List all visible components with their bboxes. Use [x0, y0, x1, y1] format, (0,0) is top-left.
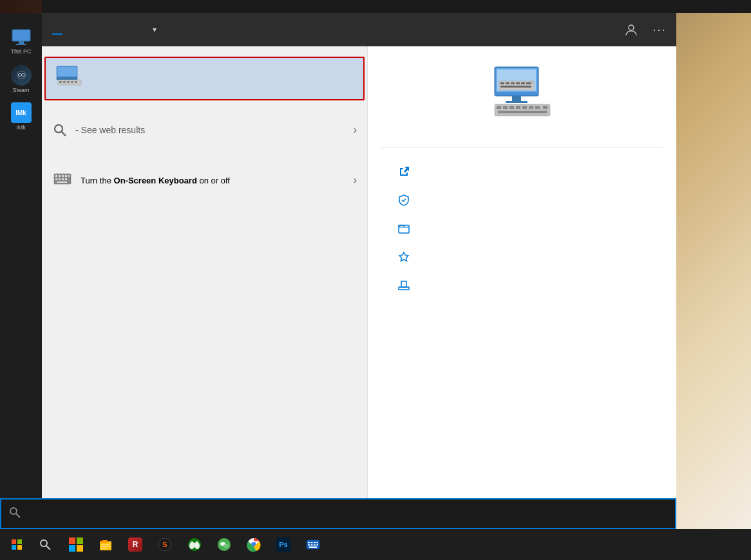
- sidebar: This PC ♾ Steam IMk IMk: [0, 13, 42, 529]
- svg-rect-43: [516, 106, 520, 109]
- svg-rect-0: [12, 30, 30, 41]
- svg-rect-12: [75, 81, 77, 83]
- taskbar-icon-chat[interactable]: [210, 530, 238, 559]
- taskbar-icon-game1[interactable]: R: [121, 530, 149, 559]
- svg-point-51: [10, 508, 17, 514]
- keyboard-settings-icon: [52, 170, 73, 191]
- svg-rect-8: [59, 81, 62, 83]
- sidebar-imk-label: IMk: [16, 124, 26, 131]
- svg-line-52: [16, 514, 20, 518]
- svg-rect-62: [77, 545, 83, 552]
- svg-rect-34: [521, 82, 525, 84]
- svg-rect-35: [526, 82, 531, 84]
- tab-apps[interactable]: [70, 26, 91, 33]
- svg-rect-10: [67, 81, 70, 83]
- tab-more[interactable]: ▾: [140, 21, 167, 38]
- divider: [381, 147, 663, 147]
- svg-rect-33: [516, 82, 520, 84]
- osk-icon-small: [56, 66, 82, 91]
- svg-rect-77: [311, 542, 313, 543]
- svg-rect-39: [495, 104, 550, 116]
- right-panel: [367, 46, 676, 498]
- svg-rect-38: [506, 101, 528, 103]
- svg-rect-79: [317, 542, 319, 543]
- svg-rect-24: [65, 178, 67, 180]
- svg-rect-9: [63, 81, 66, 83]
- svg-rect-37: [512, 96, 521, 101]
- svg-rect-59: [69, 537, 75, 544]
- search-bar-icon: [9, 507, 21, 521]
- web-search-section: - See web results ›: [42, 100, 367, 149]
- svg-rect-2: [16, 44, 26, 45]
- user-icon-btn[interactable]: [620, 18, 643, 41]
- left-results-panel: - See web results ›: [42, 46, 367, 498]
- action-file-location[interactable]: [391, 214, 653, 243]
- folder-icon: [396, 221, 412, 236]
- svg-rect-20: [68, 175, 70, 177]
- svg-line-58: [46, 546, 50, 550]
- tab-web[interactable]: [117, 26, 137, 33]
- svg-rect-45: [529, 106, 533, 109]
- action-run-admin[interactable]: [391, 186, 653, 214]
- svg-rect-53: [12, 539, 16, 544]
- svg-rect-78: [314, 542, 316, 543]
- shield-icon: [396, 192, 412, 208]
- action-pin-taskbar[interactable]: [391, 271, 653, 299]
- tab-all[interactable]: [47, 26, 68, 33]
- search-bar: [0, 498, 676, 529]
- open-icon: [396, 164, 412, 180]
- svg-rect-54: [17, 539, 22, 544]
- app-title-bar: [42, 0, 751, 13]
- more-options-btn[interactable]: ···: [648, 18, 671, 41]
- start-button[interactable]: [3, 530, 31, 559]
- svg-rect-42: [509, 106, 514, 109]
- svg-rect-25: [57, 182, 67, 183]
- ellipsis-icon: ···: [652, 23, 666, 37]
- action-pin-start[interactable]: [391, 243, 653, 271]
- svg-rect-23: [62, 178, 64, 180]
- svg-rect-31: [506, 82, 509, 84]
- taskbar-icon-chrome[interactable]: [240, 530, 268, 559]
- web-search-item[interactable]: - See web results ›: [42, 116, 367, 144]
- taskbar-icon-photoshop[interactable]: Ps: [269, 530, 298, 559]
- svg-rect-6: [57, 77, 77, 80]
- svg-rect-17: [59, 175, 61, 177]
- svg-rect-83: [317, 545, 319, 546]
- action-open[interactable]: [391, 158, 653, 186]
- taskbar-icon-steelseries[interactable]: S: [151, 530, 179, 559]
- sidebar-item-steam[interactable]: ♾ Steam: [5, 63, 37, 95]
- taskbar-app-icons: R S: [62, 530, 327, 559]
- sidebar-item-pc[interactable]: This PC: [5, 26, 37, 58]
- svg-rect-60: [77, 537, 83, 544]
- svg-rect-66: [101, 548, 108, 549]
- svg-rect-1: [19, 41, 24, 44]
- svg-rect-21: [55, 178, 57, 180]
- taskbar-icon-xbox[interactable]: [180, 530, 209, 559]
- taskbar-icon-store[interactable]: [62, 530, 90, 559]
- pin-taskbar-icon: [396, 277, 412, 293]
- taskbar-icon-explorer[interactable]: [91, 530, 120, 559]
- svg-rect-5: [57, 67, 77, 77]
- taskbar-icon-keyboard[interactable]: [299, 530, 327, 559]
- svg-rect-84: [309, 546, 317, 548]
- pin-start-icon: [396, 249, 412, 265]
- tab-documents[interactable]: [93, 26, 114, 33]
- svg-rect-40: [497, 106, 501, 109]
- best-match-item[interactable]: [44, 57, 365, 100]
- search-circle-icon: [52, 122, 68, 138]
- settings-item[interactable]: Turn the On-Screen Keyboard on or off ›: [42, 162, 367, 198]
- svg-line-14: [62, 132, 66, 136]
- web-search-text: - See web results: [75, 125, 348, 135]
- svg-rect-30: [500, 82, 504, 84]
- svg-rect-36: [500, 86, 531, 88]
- svg-rect-76: [308, 542, 310, 543]
- svg-rect-41: [503, 106, 508, 109]
- svg-point-3: [629, 25, 634, 30]
- sidebar-item-imk[interactable]: IMk IMk: [5, 100, 37, 133]
- svg-rect-18: [62, 175, 64, 177]
- svg-rect-11: [71, 81, 73, 83]
- settings-label: [42, 152, 367, 162]
- taskbar-search-button[interactable]: [31, 530, 59, 559]
- svg-rect-56: [17, 545, 22, 550]
- web-search-label: [42, 106, 367, 116]
